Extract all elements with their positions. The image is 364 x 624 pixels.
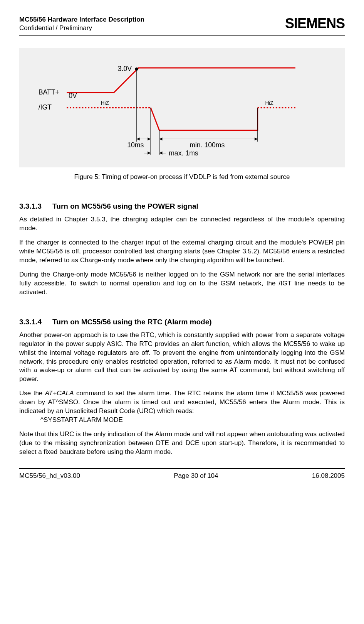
s2-p3: Note that this URC is the only indicatio… bbox=[19, 430, 345, 457]
arrow-10ms-l bbox=[137, 138, 140, 141]
igt-label: /IGT bbox=[39, 103, 52, 111]
batt-label: BATT+ bbox=[39, 88, 59, 96]
hiz-right-label: HiZ bbox=[265, 100, 273, 106]
footer-left: MC55/56_hd_v03.00 bbox=[19, 472, 80, 480]
max-1ms-label: max. 1ms bbox=[169, 149, 198, 157]
batt-trace bbox=[67, 68, 295, 93]
urc-line: ^SYSSTART ALARM MODE bbox=[19, 416, 345, 425]
section-title-3314: Turn on MC55/56 using the RTC (Alarm mod… bbox=[52, 318, 211, 326]
section-gap bbox=[19, 302, 345, 318]
section-heading-3313: 3.3.1.3Turn on MC55/56 using the POWER s… bbox=[19, 202, 345, 211]
page-footer: MC55/56_hd_v03.00 Page 30 of 104 16.08.2… bbox=[19, 468, 345, 480]
s2-p2: Use the AT+CALA command to set the alarm… bbox=[19, 389, 345, 416]
three-v-label: 3.0V bbox=[118, 65, 132, 73]
section-number-3313: 3.3.1.3 bbox=[19, 202, 42, 211]
s1-p1: As detailed in Chapter 3.5.3, the chargi… bbox=[19, 215, 345, 233]
footer-center: Page 30 of 104 bbox=[174, 472, 218, 480]
s1-p3: During the Charge-only mode MC55/56 is n… bbox=[19, 270, 345, 297]
s2-p2-prefix: Use the bbox=[19, 390, 45, 397]
ten-ms-label: 10ms bbox=[127, 141, 144, 149]
s2-p1: Another power-on approach is to use the … bbox=[19, 331, 345, 384]
arrow-10ms-r bbox=[148, 138, 151, 141]
timing-diagram-svg: BATT+ 0V 3.0V /IGT HiZ HiZ bbox=[31, 56, 333, 160]
min-100ms-label: min. 100ms bbox=[190, 141, 225, 149]
zero-v-label: 0V bbox=[69, 92, 77, 100]
hiz-left-label: HiZ bbox=[101, 100, 109, 106]
arrow-100ms-l bbox=[159, 138, 163, 141]
doc-subtitle: Confidential / Preliminary bbox=[19, 24, 144, 32]
s1-p2: If the charger is connected to the charg… bbox=[19, 238, 345, 265]
footer-right: 16.08.2005 bbox=[312, 472, 345, 480]
header-left-block: MC55/56 Hardware Interface Description C… bbox=[19, 15, 144, 32]
page-header: MC55/56 Hardware Interface Description C… bbox=[19, 15, 345, 36]
igt-pulse bbox=[151, 108, 258, 130]
doc-title: MC55/56 Hardware Interface Description bbox=[19, 15, 144, 24]
arrow-1ms-r bbox=[159, 152, 163, 155]
arrow-100ms-r bbox=[255, 138, 258, 141]
figure-caption: Figure 5: Timing of power-on process if … bbox=[19, 173, 345, 181]
arrow-1ms-l bbox=[148, 152, 151, 155]
timing-diagram: BATT+ 0V 3.0V /IGT HiZ HiZ bbox=[19, 48, 345, 167]
section-title-3313: Turn on MC55/56 using the POWER signal bbox=[52, 202, 198, 210]
section-number-3314: 3.3.1.4 bbox=[19, 318, 42, 326]
section-heading-3314: 3.3.1.4Turn on MC55/56 using the RTC (Al… bbox=[19, 318, 345, 326]
siemens-logo: SIEMENS bbox=[285, 15, 345, 32]
at-cala-cmd: AT+CALA bbox=[45, 390, 74, 397]
document-page: MC55/56 Hardware Interface Description C… bbox=[0, 0, 364, 491]
